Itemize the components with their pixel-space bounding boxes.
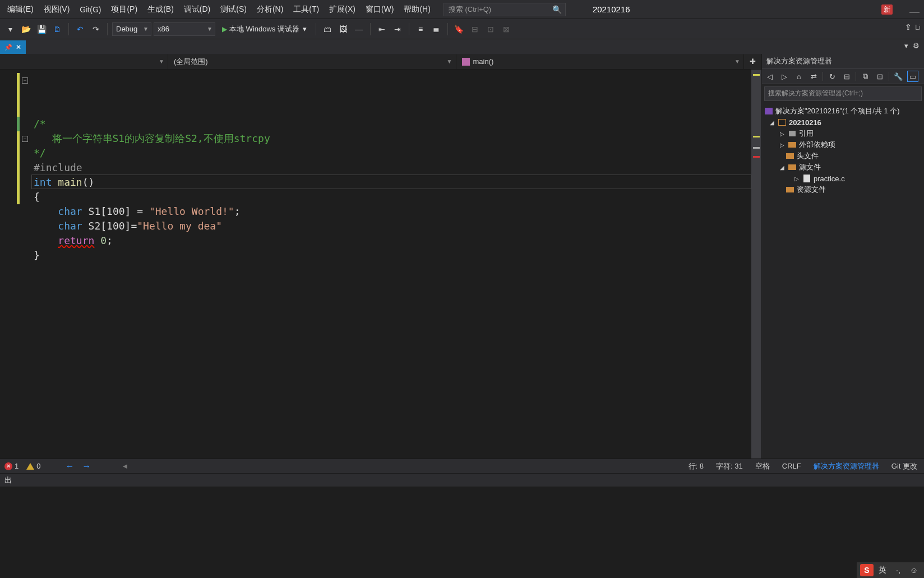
menu-window[interactable]: 窗口(W) xyxy=(361,1,399,18)
open-file-button[interactable]: 📂 xyxy=(19,22,33,36)
menu-help[interactable]: 帮助(H) xyxy=(399,1,435,18)
comment-button[interactable]: ≡ xyxy=(414,22,427,36)
indent-right-button[interactable]: ⇥ xyxy=(391,22,404,36)
code-line[interactable]: 将一个字符串S1的内容复制给S2,不使用strcpy xyxy=(31,131,751,146)
toolbar-icon[interactable]: ⊟ xyxy=(468,22,482,36)
tree-source-files[interactable]: ◢ 源文件 xyxy=(762,162,924,173)
function-dropdown[interactable]: main() ▼ xyxy=(456,54,745,69)
new-badge[interactable]: 新 xyxy=(881,4,893,15)
filter-button[interactable]: ⊟ xyxy=(841,71,852,82)
live-share-label[interactable]: Li xyxy=(915,23,921,31)
vertical-scrollbar[interactable] xyxy=(751,70,761,458)
ime-sogou-icon[interactable]: S xyxy=(860,564,874,576)
indent-left-button[interactable]: ⇤ xyxy=(375,22,389,36)
forward-button[interactable]: ▷ xyxy=(779,71,790,82)
ime-emoji[interactable]: ☺ xyxy=(907,564,921,576)
code-line[interactable]: char S1[100] = "Hello World!"; xyxy=(31,204,751,219)
output-panel-tab[interactable]: 出 xyxy=(0,473,924,487)
platform-dropdown[interactable]: x86 ▼ xyxy=(154,22,215,36)
uncomment-button[interactable]: ≣ xyxy=(429,22,443,36)
gear-icon[interactable]: ⚙ xyxy=(913,42,920,50)
code-line[interactable]: { xyxy=(31,190,751,204)
code-content[interactable]: /* 将一个字符串S1的内容复制给S2,不使用strcpy*/#include … xyxy=(31,70,751,458)
collapse-all-button[interactable]: ⊡ xyxy=(874,71,885,82)
document-tab-active[interactable]: 📌 ✕ xyxy=(0,40,26,54)
tree-solution[interactable]: 解决方案"20210216"(1 个项目/共 1 个) xyxy=(762,105,924,117)
ime-language[interactable]: 英 xyxy=(876,564,889,576)
new-file-button[interactable]: ▾ xyxy=(3,22,17,36)
toolbar-icon[interactable]: ⊠ xyxy=(500,22,513,36)
preview-button[interactable]: ▭ xyxy=(907,71,918,82)
toolbar-icon[interactable]: — xyxy=(352,22,366,36)
start-debugging-button[interactable]: ▶ 本地 Windows 调试器 ▾ xyxy=(218,22,311,36)
hscroll-left[interactable]: ◄ xyxy=(121,462,128,470)
code-line[interactable]: /* xyxy=(31,117,751,131)
menu-test[interactable]: 测试(S) xyxy=(215,1,252,18)
menu-debug[interactable]: 调试(D) xyxy=(179,1,215,18)
code-line[interactable]: int main() xyxy=(31,175,751,190)
pin-icon[interactable]: 📌 xyxy=(4,44,12,51)
tree-source-file[interactable]: ▷ practice.c xyxy=(762,173,924,184)
tree-project[interactable]: ◢ 20210216 xyxy=(762,117,924,128)
properties-button[interactable]: 🔧 xyxy=(893,71,904,82)
ime-punctuation[interactable]: ·, xyxy=(891,564,905,576)
redo-button[interactable]: ↷ xyxy=(89,22,103,36)
indent-mode[interactable]: 空格 xyxy=(755,461,770,471)
solution-explorer-link[interactable]: 解决方案资源管理器 xyxy=(814,461,879,471)
tree-header-files[interactable]: 头文件 xyxy=(762,150,924,162)
tree-resource-files[interactable]: 资源文件 xyxy=(762,184,924,195)
code-editor[interactable]: − − /* 将一个字符串S1的内容复制给S2,不使用strcpy*/#incl… xyxy=(0,70,761,458)
toolbar-icon[interactable]: ⊡ xyxy=(484,22,497,36)
menu-project[interactable]: 项目(P) xyxy=(106,1,142,18)
expand-toggle[interactable]: ◢ xyxy=(779,164,786,171)
refresh-button[interactable]: ↻ xyxy=(826,71,838,82)
menu-analyze[interactable]: 分析(N) xyxy=(252,1,288,18)
tab-controls: ▾ ⚙ xyxy=(904,42,920,50)
menu-git[interactable]: Git(G) xyxy=(75,2,106,17)
nav-back-button[interactable]: ← xyxy=(65,461,74,471)
save-button[interactable]: 💾 xyxy=(35,22,48,36)
save-all-button[interactable]: 🗎 xyxy=(50,22,64,36)
undo-button[interactable]: ↶ xyxy=(73,22,87,36)
error-count[interactable]: ✕ 1 xyxy=(4,462,19,470)
config-dropdown[interactable]: Debug ▼ xyxy=(112,22,151,36)
menu-view[interactable]: 视图(V) xyxy=(39,1,75,18)
expand-toggle[interactable]: ▷ xyxy=(779,142,786,148)
expand-toggle[interactable]: ▷ xyxy=(779,131,786,137)
global-search-input[interactable]: 搜索 (Ctrl+Q) 🔍 xyxy=(443,3,566,16)
split-editor-button[interactable]: ✚ xyxy=(744,54,761,69)
scope-dropdown[interactable]: (全局范围) ▼ xyxy=(168,54,456,69)
git-changes-link[interactable]: Git 更改 xyxy=(891,461,917,471)
code-line[interactable]: } xyxy=(31,248,751,263)
nav-forward-button[interactable]: → xyxy=(82,461,91,471)
menu-extensions[interactable]: 扩展(X) xyxy=(324,1,361,18)
toolbar-icon[interactable]: 🖼 xyxy=(336,22,350,36)
solution-search-input[interactable]: 搜索解决方案资源管理器(Ctrl+;) xyxy=(764,86,922,101)
back-button[interactable]: ◁ xyxy=(764,71,775,82)
tree-external-deps[interactable]: ▷ 外部依赖项 xyxy=(762,139,924,150)
menu-tools[interactable]: 工具(T) xyxy=(288,1,324,18)
menu-build[interactable]: 生成(B) xyxy=(142,1,179,18)
code-line[interactable]: return 0; xyxy=(31,233,751,248)
code-line[interactable]: */ xyxy=(31,146,751,160)
fold-toggle[interactable]: − xyxy=(22,136,28,142)
bookmark-button[interactable]: 🔖 xyxy=(452,22,466,36)
expand-toggle[interactable]: ▷ xyxy=(793,176,800,182)
expand-toggle[interactable]: ◢ xyxy=(769,120,775,126)
fold-toggle[interactable]: − xyxy=(22,77,28,84)
home-button[interactable]: ⌂ xyxy=(793,71,805,82)
toolbar-icon[interactable]: 🗃 xyxy=(321,22,334,36)
eol-mode[interactable]: CRLF xyxy=(782,462,801,470)
warning-count[interactable]: 0 xyxy=(26,462,40,470)
show-all-button[interactable]: ⧉ xyxy=(860,71,871,82)
tab-overflow-button[interactable]: ▾ xyxy=(904,42,908,50)
share-icon[interactable]: ⇪ xyxy=(905,22,912,31)
menu-edit[interactable]: 编辑(E) xyxy=(2,1,39,18)
project-scope-dropdown[interactable]: ▼ xyxy=(0,54,168,69)
code-line[interactable]: char S2[100]="Hello my dea" xyxy=(31,219,751,233)
switch-views-button[interactable]: ⇄ xyxy=(808,71,819,82)
tree-references[interactable]: ▷ 引用 xyxy=(762,128,924,139)
minimize-button[interactable]: — xyxy=(909,6,920,17)
code-line[interactable]: #include xyxy=(31,160,751,175)
close-tab-button[interactable]: ✕ xyxy=(16,43,21,51)
